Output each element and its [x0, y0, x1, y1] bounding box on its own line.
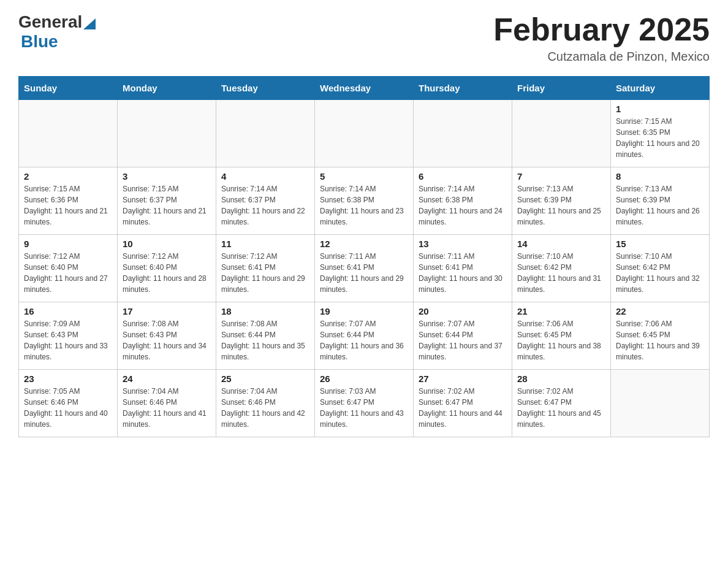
day-info: Sunrise: 7:04 AMSunset: 6:46 PMDaylight:… [221, 386, 309, 430]
day-header-friday: Friday [512, 77, 611, 100]
calendar-cell: 6Sunrise: 7:14 AMSunset: 6:38 PMDaylight… [414, 167, 512, 235]
logo-arrow-icon [83, 16, 96, 29]
calendar-cell [216, 100, 315, 167]
calendar-cell: 4Sunrise: 7:14 AMSunset: 6:37 PMDaylight… [216, 167, 315, 235]
day-number: 11 [221, 239, 309, 249]
day-number: 15 [616, 239, 704, 249]
day-info: Sunrise: 7:15 AMSunset: 6:37 PMDaylight:… [123, 183, 211, 228]
day-number: 24 [123, 373, 211, 384]
day-number: 7 [517, 171, 605, 182]
calendar-cell: 9Sunrise: 7:12 AMSunset: 6:40 PMDaylight… [19, 235, 118, 302]
day-number: 20 [419, 306, 507, 316]
calendar-cell: 18Sunrise: 7:08 AMSunset: 6:44 PMDayligh… [216, 302, 315, 370]
location-subtitle: Cutzamala de Pinzon, Mexico [493, 50, 710, 64]
day-number: 17 [123, 306, 211, 316]
day-number: 21 [517, 306, 605, 316]
day-number: 12 [320, 239, 408, 249]
calendar-cell: 21Sunrise: 7:06 AMSunset: 6:45 PMDayligh… [512, 302, 611, 370]
calendar-cell: 11Sunrise: 7:12 AMSunset: 6:41 PMDayligh… [216, 235, 315, 302]
day-number: 23 [24, 373, 112, 384]
calendar-cell: 13Sunrise: 7:11 AMSunset: 6:41 PMDayligh… [414, 235, 512, 302]
calendar-week-4: 16Sunrise: 7:09 AMSunset: 6:43 PMDayligh… [19, 302, 710, 370]
day-info: Sunrise: 7:06 AMSunset: 6:45 PMDaylight:… [616, 318, 704, 362]
day-number: 26 [320, 373, 408, 384]
calendar-cell: 16Sunrise: 7:09 AMSunset: 6:43 PMDayligh… [19, 302, 118, 370]
day-info: Sunrise: 7:09 AMSunset: 6:43 PMDaylight:… [24, 318, 112, 362]
day-header-sunday: Sunday [19, 77, 118, 100]
day-info: Sunrise: 7:10 AMSunset: 6:42 PMDaylight:… [517, 251, 605, 295]
day-info: Sunrise: 7:04 AMSunset: 6:46 PMDaylight:… [123, 386, 211, 430]
calendar-cell [315, 100, 414, 167]
calendar-cell: 28Sunrise: 7:02 AMSunset: 6:47 PMDayligh… [512, 370, 611, 437]
calendar-cell: 12Sunrise: 7:11 AMSunset: 6:41 PMDayligh… [315, 235, 414, 302]
calendar-cell: 19Sunrise: 7:07 AMSunset: 6:44 PMDayligh… [315, 302, 414, 370]
calendar-cell: 5Sunrise: 7:14 AMSunset: 6:38 PMDaylight… [315, 167, 414, 235]
day-number: 6 [419, 171, 507, 182]
calendar-cell [19, 100, 118, 167]
day-number: 18 [221, 306, 309, 316]
day-number: 25 [221, 373, 309, 384]
day-info: Sunrise: 7:13 AMSunset: 6:39 PMDaylight:… [616, 183, 704, 228]
day-header-tuesday: Tuesday [216, 77, 315, 100]
day-number: 28 [517, 373, 605, 384]
calendar-cell: 25Sunrise: 7:04 AMSunset: 6:46 PMDayligh… [216, 370, 315, 437]
calendar-cell [611, 370, 710, 437]
day-info: Sunrise: 7:12 AMSunset: 6:40 PMDaylight:… [123, 251, 211, 295]
day-number: 14 [517, 239, 605, 249]
calendar-cell: 17Sunrise: 7:08 AMSunset: 6:43 PMDayligh… [118, 302, 216, 370]
header-title-area: February 2025 Cutzamala de Pinzon, Mexic… [493, 12, 710, 64]
logo: General Blue [18, 12, 96, 52]
day-number: 16 [24, 306, 112, 316]
calendar-cell: 7Sunrise: 7:13 AMSunset: 6:39 PMDaylight… [512, 167, 611, 235]
calendar-cell: 20Sunrise: 7:07 AMSunset: 6:44 PMDayligh… [414, 302, 512, 370]
page-header: General Blue February 2025 Cutzamala de … [18, 12, 710, 64]
day-info: Sunrise: 7:14 AMSunset: 6:38 PMDaylight:… [320, 183, 408, 228]
day-info: Sunrise: 7:08 AMSunset: 6:43 PMDaylight:… [123, 318, 211, 362]
day-info: Sunrise: 7:12 AMSunset: 6:40 PMDaylight:… [24, 251, 112, 295]
calendar-cell [118, 100, 216, 167]
day-header-saturday: Saturday [611, 77, 710, 100]
day-number: 4 [221, 171, 309, 182]
calendar-cell: 3Sunrise: 7:15 AMSunset: 6:37 PMDaylight… [118, 167, 216, 235]
month-title: February 2025 [493, 12, 710, 47]
calendar-week-3: 9Sunrise: 7:12 AMSunset: 6:40 PMDaylight… [19, 235, 710, 302]
svg-marker-0 [83, 18, 96, 29]
calendar-table: SundayMondayTuesdayWednesdayThursdayFrid… [18, 76, 710, 437]
calendar-cell [414, 100, 512, 167]
day-header-wednesday: Wednesday [315, 77, 414, 100]
day-info: Sunrise: 7:14 AMSunset: 6:37 PMDaylight:… [221, 183, 309, 228]
calendar-week-2: 2Sunrise: 7:15 AMSunset: 6:36 PMDaylight… [19, 167, 710, 235]
day-number: 10 [123, 239, 211, 249]
calendar-cell: 14Sunrise: 7:10 AMSunset: 6:42 PMDayligh… [512, 235, 611, 302]
day-info: Sunrise: 7:03 AMSunset: 6:47 PMDaylight:… [320, 386, 408, 430]
day-number: 3 [123, 171, 211, 182]
day-info: Sunrise: 7:06 AMSunset: 6:45 PMDaylight:… [517, 318, 605, 362]
calendar-cell: 23Sunrise: 7:05 AMSunset: 6:46 PMDayligh… [19, 370, 118, 437]
calendar-week-1: 1Sunrise: 7:15 AMSunset: 6:35 PMDaylight… [19, 100, 710, 167]
day-info: Sunrise: 7:14 AMSunset: 6:38 PMDaylight:… [419, 183, 507, 228]
calendar-cell: 2Sunrise: 7:15 AMSunset: 6:36 PMDaylight… [19, 167, 118, 235]
day-number: 1 [616, 104, 704, 114]
calendar-cell: 10Sunrise: 7:12 AMSunset: 6:40 PMDayligh… [118, 235, 216, 302]
calendar-cell: 27Sunrise: 7:02 AMSunset: 6:47 PMDayligh… [414, 370, 512, 437]
day-info: Sunrise: 7:12 AMSunset: 6:41 PMDaylight:… [221, 251, 309, 295]
day-info: Sunrise: 7:15 AMSunset: 6:36 PMDaylight:… [24, 183, 112, 228]
day-info: Sunrise: 7:05 AMSunset: 6:46 PMDaylight:… [24, 386, 112, 430]
day-info: Sunrise: 7:02 AMSunset: 6:47 PMDaylight:… [517, 386, 605, 430]
calendar-cell: 22Sunrise: 7:06 AMSunset: 6:45 PMDayligh… [611, 302, 710, 370]
day-number: 13 [419, 239, 507, 249]
calendar-cell: 15Sunrise: 7:10 AMSunset: 6:42 PMDayligh… [611, 235, 710, 302]
calendar-cell: 1Sunrise: 7:15 AMSunset: 6:35 PMDaylight… [611, 100, 710, 167]
calendar-header-row: SundayMondayTuesdayWednesdayThursdayFrid… [19, 77, 710, 100]
day-number: 8 [616, 171, 704, 182]
calendar-cell: 26Sunrise: 7:03 AMSunset: 6:47 PMDayligh… [315, 370, 414, 437]
day-header-monday: Monday [118, 77, 216, 100]
day-info: Sunrise: 7:11 AMSunset: 6:41 PMDaylight:… [419, 251, 507, 295]
day-info: Sunrise: 7:08 AMSunset: 6:44 PMDaylight:… [221, 318, 309, 362]
day-number: 2 [24, 171, 112, 182]
day-info: Sunrise: 7:11 AMSunset: 6:41 PMDaylight:… [320, 251, 408, 295]
day-number: 5 [320, 171, 408, 182]
day-number: 9 [24, 239, 112, 249]
day-number: 22 [616, 306, 704, 316]
calendar-week-5: 23Sunrise: 7:05 AMSunset: 6:46 PMDayligh… [19, 370, 710, 437]
